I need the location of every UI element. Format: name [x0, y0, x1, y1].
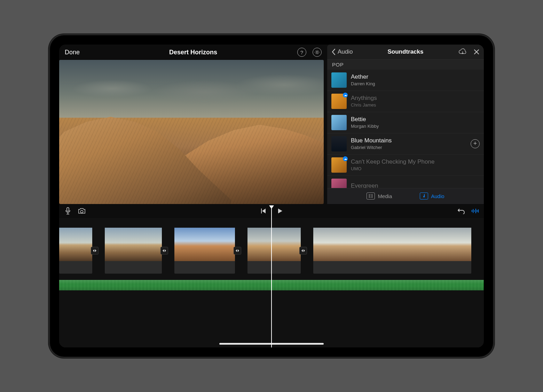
viewer-column: Done Desert Horizons ?: [59, 45, 327, 204]
undo-icon[interactable]: [457, 207, 465, 215]
playhead[interactable]: [271, 206, 272, 347]
camera-icon[interactable]: [78, 207, 86, 215]
section-header-pop: POP: [327, 60, 484, 70]
skip-to-start-icon[interactable]: [259, 207, 267, 215]
clip-thumbnail: [59, 228, 92, 261]
close-icon[interactable]: [473, 49, 480, 55]
project-title: Desert Horizons: [59, 49, 327, 56]
track-artist: Gabriel Witcher: [351, 145, 392, 150]
album-art-thumb: [331, 179, 347, 188]
cloud-download-icon[interactable]: [458, 48, 467, 56]
soundtrack-row[interactable]: AetherDarren King: [327, 70, 484, 91]
app-screen: Done Desert Horizons ?: [59, 45, 484, 347]
album-art-thumb: ☁: [331, 157, 347, 173]
video-clip[interactable]: [105, 228, 162, 274]
preview-viewer[interactable]: [59, 60, 324, 204]
cloud-badge-icon: ☁: [343, 156, 348, 161]
transition-icon[interactable]: [160, 247, 168, 254]
clip-thumbnail: [313, 228, 471, 261]
settings-gear-icon[interactable]: [313, 48, 322, 57]
tab-audio[interactable]: Audio: [420, 193, 444, 199]
soundtrack-row[interactable]: BettieMorgan Kibby: [327, 112, 484, 133]
video-clip[interactable]: [174, 228, 235, 274]
transition-icon[interactable]: [91, 247, 99, 254]
video-clip[interactable]: [247, 228, 301, 274]
browser-tab-bar: Media Audio: [327, 188, 484, 204]
soundtrack-row[interactable]: ☁AnythingsChris James: [327, 91, 484, 112]
video-clip[interactable]: [59, 228, 92, 274]
tab-media[interactable]: Media: [367, 193, 392, 199]
soundtrack-list[interactable]: AetherDarren King☁AnythingsChris JamesBe…: [327, 70, 484, 188]
viewer-header: Done Desert Horizons ?: [59, 45, 327, 60]
album-art-thumb: [331, 136, 347, 151]
clip-thumbnail: [247, 228, 301, 261]
clip-thumbnail: [174, 228, 235, 261]
help-icon[interactable]: ?: [297, 48, 306, 57]
track-title: Blue Mountains: [351, 137, 392, 144]
album-art-thumb: ☁: [331, 94, 347, 109]
timeline[interactable]: [59, 218, 484, 347]
transition-icon[interactable]: [234, 247, 241, 254]
track-artist: Morgan Kibby: [351, 124, 379, 129]
track-title: Anythings: [351, 95, 377, 102]
track-title: Aether: [351, 73, 375, 80]
track-title: Can't Keep Checking My Phone: [351, 158, 434, 165]
album-art-thumb: [331, 115, 347, 130]
cloud-badge-icon: ☁: [343, 93, 348, 97]
video-clip[interactable]: [313, 228, 471, 274]
album-art-thumb: [331, 72, 347, 88]
filmstrip-icon: [367, 193, 375, 199]
play-icon[interactable]: [276, 207, 284, 215]
transition-icon[interactable]: [299, 247, 307, 254]
soundtrack-row[interactable]: ☁Can't Keep Checking My PhoneUMO: [327, 155, 484, 176]
music-note-icon: [420, 193, 428, 199]
sidebar-header: Audio Soundtracks: [327, 45, 484, 60]
clip-thumbnail: [105, 228, 162, 261]
microphone-icon[interactable]: [64, 207, 72, 215]
soundtrack-row[interactable]: Evergreen: [327, 176, 484, 188]
track-artist: Darren King: [351, 81, 375, 86]
add-track-button[interactable]: +: [471, 139, 480, 148]
back-label: Audio: [338, 48, 353, 55]
home-indicator[interactable]: [219, 343, 324, 345]
audio-browser-panel: Audio Soundtracks POP AetherDarren King☁…: [327, 45, 484, 204]
ipad-frame: Done Desert Horizons ?: [49, 34, 494, 358]
soundtrack-row[interactable]: Blue MountainsGabriel Witcher+: [327, 133, 484, 155]
audio-waveform-icon[interactable]: [471, 207, 479, 215]
tab-media-label: Media: [378, 193, 392, 199]
track-title: Evergreen: [351, 182, 378, 188]
tab-audio-label: Audio: [431, 193, 444, 199]
track-artist: Chris James: [351, 102, 377, 108]
back-button[interactable]: Audio: [331, 48, 353, 55]
track-title: Bettie: [351, 116, 379, 123]
track-artist: UMO: [351, 166, 434, 171]
